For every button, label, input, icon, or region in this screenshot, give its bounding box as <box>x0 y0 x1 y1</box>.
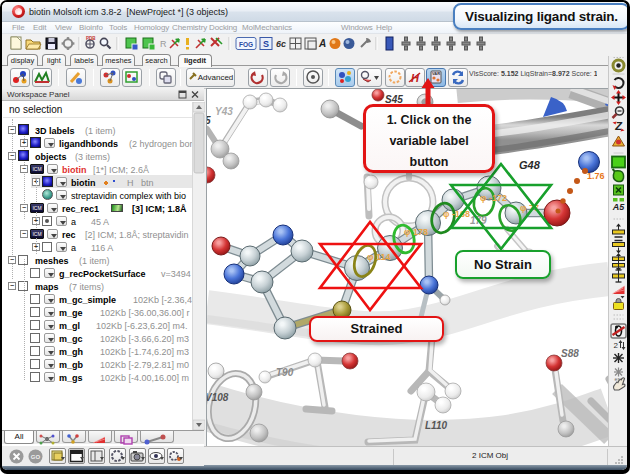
svg-text:1.76: 1.76 <box>587 171 605 181</box>
svg-text:Y43: Y43 <box>215 106 233 117</box>
svg-text:PDB: PDB <box>86 36 96 41</box>
svg-text:G48: G48 <box>519 159 541 171</box>
svg-text:A5: A5 <box>612 202 625 212</box>
svg-text:R: R <box>160 39 167 49</box>
svg-text:5: 5 <box>207 115 211 126</box>
svg-text:φ -172: φ -172 <box>480 193 507 203</box>
svg-text:S88: S88 <box>561 348 579 359</box>
svg-text:φ 114: φ 114 <box>367 252 390 262</box>
svg-text:6c: 6c <box>276 39 286 49</box>
svg-text:φ 178: φ 178 <box>404 227 428 237</box>
svg-text:L110: L110 <box>425 420 447 431</box>
svg-text:T90: T90 <box>276 367 294 378</box>
svg-text:A: A <box>318 38 326 49</box>
svg-text:VAR: VAR <box>432 71 440 76</box>
svg-text:V108: V108 <box>207 392 229 403</box>
svg-text:GO: GO <box>31 454 41 460</box>
svg-text:S: S <box>263 39 269 49</box>
svg-text:2: 2 <box>614 341 619 350</box>
svg-text:FOG: FOG <box>239 41 253 48</box>
